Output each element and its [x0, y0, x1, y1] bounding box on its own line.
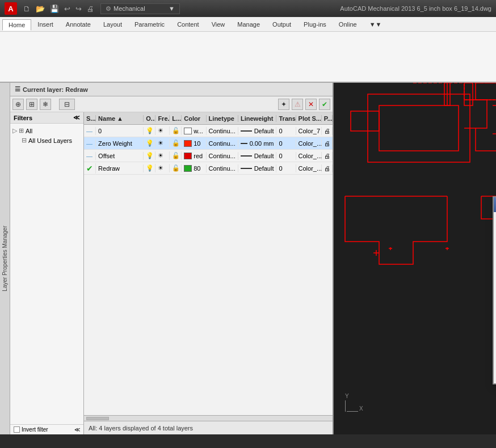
col-header-plot: P... — [322, 115, 333, 122]
layer-plot[interactable]: 🖨 — [322, 164, 333, 172]
menu-tab-output[interactable]: Output — [266, 19, 297, 30]
layer-color[interactable]: red — [182, 152, 206, 160]
layer-plot[interactable]: 🖨 — [322, 140, 333, 147]
layer-freeze-toggle[interactable]: ☀ — [155, 151, 170, 160]
layer-trans: 0 — [276, 152, 296, 160]
layer-color[interactable]: w... — [182, 127, 206, 135]
layer-lock-toggle[interactable]: 🔓 — [170, 151, 182, 160]
collapse-icon[interactable]: ≪ — [74, 426, 80, 433]
layer-name: Zero Weight — [96, 140, 144, 147]
color-swatch — [184, 140, 192, 147]
layer-linetype[interactable]: Continu... — [207, 164, 238, 172]
layer-trans: 0 — [276, 127, 296, 135]
layer-toolbar: ⊕ ⊞ ❄ ⊟ ✦ ⚠ ✕ ✔ — [10, 96, 333, 112]
layer-list-header: S... Name ▲ O... Fre... L... Color Linet… — [84, 112, 333, 125]
menu-tab-layout[interactable]: Layout — [97, 19, 128, 30]
col-header-name[interactable]: Name ▲ — [96, 115, 144, 122]
layer-lineweight[interactable]: 0.00 mm — [238, 140, 277, 147]
invert-filter-label: Invert filter — [22, 426, 48, 433]
menu-tab-content[interactable]: Content — [171, 19, 205, 30]
layer-linetype[interactable]: Continu... — [207, 152, 238, 160]
layer-plot[interactable]: 🖨 — [322, 127, 333, 135]
col-header-plotstyle: Plot S... — [296, 115, 322, 122]
layer-on-toggle[interactable]: 💡 — [144, 126, 155, 135]
layer-status: — — [84, 140, 96, 147]
app-logo: A — [5, 2, 17, 15]
menu-tab-extra[interactable]: ▼▼ — [363, 19, 388, 30]
layer-lock-toggle[interactable]: 🔓 — [170, 126, 182, 135]
menu-tab-home[interactable]: Home — [2, 19, 31, 31]
filters-panel: Filters ≪ ▷ ⊞ All ⊟ All Used Layers — [10, 112, 84, 434]
layer-row[interactable]: — Zero Weight 💡 ☀ 🔓 10 Continu... 0.00 m… — [84, 137, 333, 150]
filter-all-label: All — [26, 128, 32, 134]
undo-icon[interactable]: ↩ — [62, 3, 72, 14]
menu-tab-parametric[interactable]: Parametric — [128, 19, 171, 30]
scroll-thumb[interactable] — [86, 417, 109, 420]
layer-freeze-toggle[interactable]: ☀ — [155, 139, 170, 147]
title-bar: A 🗋 📂 💾 ↩ ↪ 🖨 ⚙ Mechanical ▼ AutoCAD Mec… — [0, 0, 496, 17]
menu-tab-online[interactable]: Online — [333, 19, 363, 30]
menu-tab-insert[interactable]: Insert — [31, 19, 60, 30]
new-icon[interactable]: 🗋 — [22, 3, 32, 14]
layer-warn-icon[interactable]: ⚠ — [292, 99, 303, 110]
layer-on-toggle[interactable]: 💡 — [144, 164, 155, 172]
delete-layer-btn[interactable]: ✕ — [305, 99, 317, 110]
drawing-svg — [334, 83, 496, 434]
invert-filter-checkbox[interactable] — [14, 426, 20, 433]
layer-status: — — [84, 152, 96, 160]
layer-plotstyle: Color_... — [296, 140, 322, 147]
workspace-dropdown[interactable]: ⚙ Mechanical ▼ — [100, 3, 180, 14]
layer-plotstyle: Color_7 — [296, 127, 322, 135]
invert-filter-row: Invert filter ≪ — [10, 424, 83, 434]
layer-states-btn[interactable]: ⊟ — [59, 99, 75, 110]
layer-lock-toggle[interactable]: 🔓 — [170, 164, 182, 172]
workspace-label: Mechanical — [114, 5, 145, 12]
color-label: red — [194, 153, 203, 159]
svg-rect-3 — [368, 94, 470, 162]
layer-properties-tab[interactable]: Layer Properties Manager — [0, 83, 10, 434]
menu-tab-annotate[interactable]: Annotate — [60, 19, 97, 30]
menu-tab-view[interactable]: View — [205, 19, 232, 30]
new-layer-vp-btn[interactable]: ⊞ — [26, 99, 37, 110]
layer-row[interactable]: — 0 💡 ☀ 🔓 w... Continu... Default — [84, 125, 333, 137]
layer-lock-toggle[interactable]: 🔓 — [170, 139, 182, 147]
layer-plotstyle: Color_... — [296, 152, 322, 160]
filter-all-used[interactable]: ⊟ All Used Layers — [12, 136, 81, 145]
set-current-btn[interactable]: ✔ — [319, 99, 330, 110]
layer-linetype[interactable]: Continu... — [207, 127, 238, 135]
filter-all[interactable]: ▷ ⊞ All — [12, 126, 81, 136]
col-header-lock: L... — [170, 115, 182, 122]
layer-on-toggle[interactable]: 💡 — [144, 139, 155, 147]
layer-color[interactable]: 80 — [182, 164, 206, 172]
print-icon[interactable]: 🖨 — [85, 3, 96, 14]
color-label: 10 — [194, 140, 200, 147]
layer-properties-label: Layer Properties Manager — [2, 226, 8, 291]
menu-tab-plugins[interactable]: Plug-ins — [297, 19, 333, 30]
layer-status: — — [84, 127, 96, 135]
layer-linetype[interactable]: Continu... — [207, 140, 238, 147]
svg-rect-11 — [476, 83, 496, 100]
layer-color[interactable]: 10 — [182, 140, 206, 147]
filter-expand-icon: ▷ — [12, 127, 17, 134]
layer-lineweight[interactable]: Default — [238, 152, 277, 160]
layer-lineweight[interactable]: Default — [238, 164, 277, 172]
current-layer-label: Current layer: Redraw — [23, 86, 88, 93]
layer-on-toggle[interactable]: 💡 — [144, 151, 155, 160]
dialog-titlebar: A Lineweight ? ✕ — [494, 197, 496, 212]
open-icon[interactable]: 📂 — [34, 3, 47, 14]
layer-freeze-toggle[interactable]: ☀ — [155, 126, 170, 135]
layer-settings-icon[interactable]: ✦ — [278, 99, 289, 110]
layer-lineweight[interactable]: Default — [238, 127, 277, 135]
new-layer-frozen-btn[interactable]: ❄ — [40, 99, 51, 110]
layer-freeze-toggle[interactable]: ☀ — [155, 164, 170, 172]
save-icon[interactable]: 💾 — [48, 3, 61, 14]
layer-plot[interactable]: 🖨 — [322, 152, 333, 160]
redo-icon[interactable]: ↪ — [74, 3, 83, 14]
document-title: AutoCAD Mechanical 2013 6_5 inch box 6_1… — [340, 5, 491, 12]
collapse-filters-icon[interactable]: ≪ — [73, 114, 80, 121]
menu-tab-manage[interactable]: Manage — [231, 19, 266, 30]
layer-row[interactable]: ✔ Redraw 💡 ☀ 🔓 80 Continu... Default — [84, 162, 333, 175]
layer-row[interactable]: — Offset 💡 ☀ 🔓 red Continu... Default — [84, 150, 333, 162]
new-layer-btn[interactable]: ⊕ — [12, 99, 24, 110]
layer-name: Offset — [96, 152, 144, 160]
